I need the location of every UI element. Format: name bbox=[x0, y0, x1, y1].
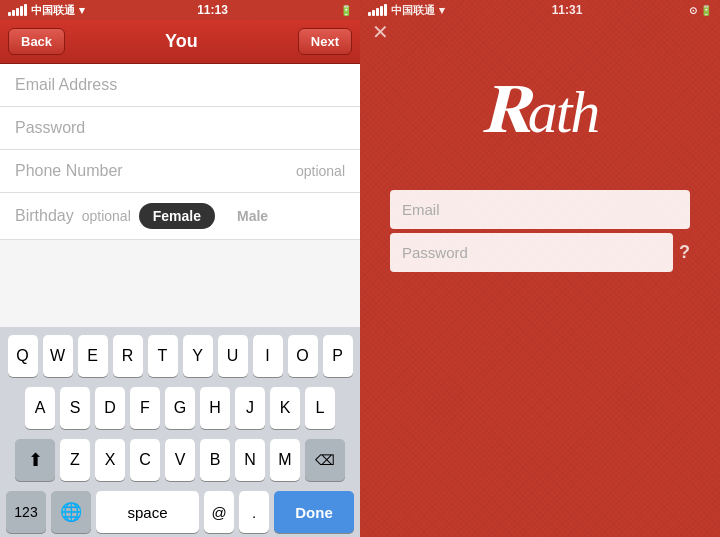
left-panel: 中国联通 ▾ 11:13 🔋 Back You Next optional Bi… bbox=[0, 0, 360, 537]
shift-key[interactable]: ⬆ bbox=[15, 439, 55, 481]
password-field-row bbox=[0, 107, 360, 150]
wifi-icon-right: ▾ bbox=[439, 4, 445, 17]
login-email-input[interactable] bbox=[390, 190, 690, 229]
key-m[interactable]: M bbox=[270, 439, 300, 481]
time-right: 11:31 bbox=[552, 3, 583, 17]
login-password-input[interactable] bbox=[390, 233, 673, 272]
nav-bar-left: Back You Next bbox=[0, 20, 360, 64]
login-form: ? bbox=[360, 190, 720, 272]
signal-bars-left bbox=[8, 4, 27, 16]
key-a[interactable]: A bbox=[25, 387, 55, 429]
right-status-right: ⊙ 🔋 bbox=[689, 5, 712, 16]
signal-bars-right bbox=[368, 4, 387, 16]
phone-field-row: optional bbox=[0, 150, 360, 193]
key-x[interactable]: X bbox=[95, 439, 125, 481]
form-area: optional Birthday optional Female Male bbox=[0, 64, 360, 327]
male-button[interactable]: Male bbox=[223, 203, 282, 229]
key-y[interactable]: Y bbox=[183, 335, 213, 377]
carrier-left: 中国联通 bbox=[31, 3, 75, 18]
key-i[interactable]: I bbox=[253, 335, 283, 377]
key-t[interactable]: T bbox=[148, 335, 178, 377]
time-left: 11:13 bbox=[197, 3, 228, 17]
loading-icon-right: ⊙ bbox=[689, 5, 697, 16]
delete-key[interactable]: ⌫ bbox=[305, 439, 345, 481]
status-bar-right: 中国联通 ▾ 11:31 ⊙ 🔋 bbox=[360, 0, 720, 20]
space-key[interactable]: space bbox=[96, 491, 199, 533]
key-q[interactable]: Q bbox=[8, 335, 38, 377]
key-p[interactable]: P bbox=[323, 335, 353, 377]
female-button[interactable]: Female bbox=[139, 203, 215, 229]
key-l[interactable]: L bbox=[305, 387, 335, 429]
password-row-right: ? bbox=[390, 233, 690, 272]
left-status-right: 中国联通 ▾ bbox=[368, 3, 445, 18]
key-v[interactable]: V bbox=[165, 439, 195, 481]
keyboard-row-3: ⬆ Z X C V B N M ⌫ bbox=[3, 439, 357, 481]
key-k[interactable]: K bbox=[270, 387, 300, 429]
help-button[interactable]: ? bbox=[679, 242, 690, 263]
path-logo-area: 𝐑ath bbox=[360, 20, 720, 190]
nav-title: You bbox=[165, 31, 198, 52]
num-key[interactable]: 123 bbox=[6, 491, 46, 533]
key-j[interactable]: J bbox=[235, 387, 265, 429]
dot-key[interactable]: . bbox=[239, 491, 269, 533]
key-r[interactable]: R bbox=[113, 335, 143, 377]
key-h[interactable]: H bbox=[200, 387, 230, 429]
email-field-row bbox=[0, 64, 360, 107]
battery-icon-left: 🔋 bbox=[340, 5, 352, 16]
keyboard: Q W E R T Y U I O P A S D F G H J K L ⬆ … bbox=[0, 327, 360, 537]
birthday-optional: optional bbox=[82, 208, 131, 224]
battery-icon-right: 🔋 bbox=[700, 5, 712, 16]
left-status-left: 中国联通 ▾ bbox=[8, 3, 85, 18]
key-b[interactable]: B bbox=[200, 439, 230, 481]
key-f[interactable]: F bbox=[130, 387, 160, 429]
carrier-right: 中国联通 bbox=[391, 3, 435, 18]
birthday-label: Birthday bbox=[15, 207, 74, 225]
password-input[interactable] bbox=[15, 119, 345, 137]
email-input[interactable] bbox=[15, 76, 345, 94]
keyboard-row-1: Q W E R T Y U I O P bbox=[3, 335, 357, 377]
keyboard-row-2: A S D F G H J K L bbox=[3, 387, 357, 429]
key-d[interactable]: D bbox=[95, 387, 125, 429]
key-c[interactable]: C bbox=[130, 439, 160, 481]
globe-key[interactable]: 🌐 bbox=[51, 491, 91, 533]
back-button[interactable]: Back bbox=[8, 28, 65, 55]
key-s[interactable]: S bbox=[60, 387, 90, 429]
key-g[interactable]: G bbox=[165, 387, 195, 429]
key-w[interactable]: W bbox=[43, 335, 73, 377]
phone-input[interactable] bbox=[15, 162, 296, 180]
key-o[interactable]: O bbox=[288, 335, 318, 377]
path-logo: 𝐑ath bbox=[482, 70, 599, 150]
birthday-row: Birthday optional Female Male bbox=[0, 193, 360, 240]
key-n[interactable]: N bbox=[235, 439, 265, 481]
right-panel: 中国联通 ▾ 11:31 ⊙ 🔋 ✕ 𝐑ath ? bbox=[360, 0, 720, 537]
phone-optional-label: optional bbox=[296, 163, 345, 179]
key-z[interactable]: Z bbox=[60, 439, 90, 481]
status-bar-left: 中国联通 ▾ 11:13 🔋 bbox=[0, 0, 360, 20]
right-status-left: 🔋 bbox=[340, 5, 352, 16]
key-u[interactable]: U bbox=[218, 335, 248, 377]
next-button[interactable]: Next bbox=[298, 28, 352, 55]
wifi-icon-left: ▾ bbox=[79, 4, 85, 17]
keyboard-bottom-row: 123 🌐 space @ . Done bbox=[3, 491, 357, 533]
at-key[interactable]: @ bbox=[204, 491, 234, 533]
key-e[interactable]: E bbox=[78, 335, 108, 377]
done-key[interactable]: Done bbox=[274, 491, 354, 533]
